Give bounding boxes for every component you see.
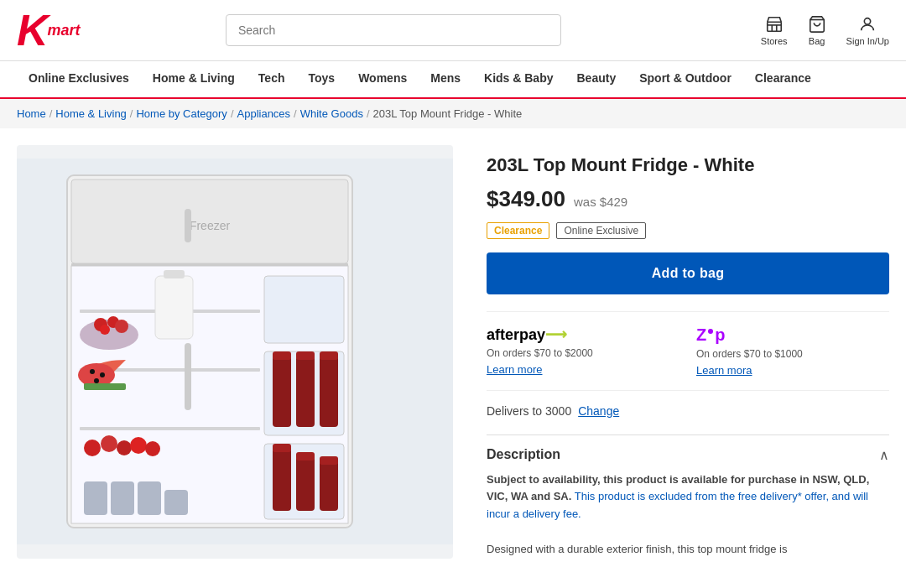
svg-rect-51 <box>138 481 161 515</box>
description-title: Description <box>487 447 560 462</box>
badges: Clearance Online Exclusive <box>487 222 889 239</box>
svg-rect-30 <box>320 461 338 511</box>
svg-point-40 <box>90 369 95 374</box>
breadcrumb-home-living[interactable]: Home & Living <box>55 107 127 120</box>
svg-point-37 <box>115 320 128 333</box>
svg-point-46 <box>117 440 132 455</box>
breadcrumb-sep-1: / <box>49 107 53 120</box>
signin-label: Sign In/Up <box>846 36 889 46</box>
svg-rect-31 <box>320 456 338 465</box>
stores-label: Stores <box>761 36 788 46</box>
zip-p: p <box>715 325 725 345</box>
svg-rect-54 <box>185 343 191 410</box>
price-row: $349.00 was $429 <box>487 186 889 212</box>
nav-item-kids-baby[interactable]: Kids & Baby <box>472 61 565 97</box>
svg-rect-33 <box>164 270 185 278</box>
logo-mart: mart <box>48 22 81 39</box>
svg-rect-32 <box>155 276 193 339</box>
svg-point-48 <box>145 441 160 456</box>
zip-orders: On orders $70 to $1000 <box>696 348 889 360</box>
svg-rect-29 <box>296 452 315 461</box>
svg-rect-20 <box>273 356 291 427</box>
svg-rect-28 <box>296 456 315 511</box>
zip-learn-more-link[interactable]: Learn mora <box>696 364 752 377</box>
nav-item-sport-outdoor[interactable]: Sport & Outdoor <box>627 61 743 97</box>
product-image-area: Freezer <box>17 145 453 559</box>
delivery-row: Delivers to 3000 Change <box>487 404 889 418</box>
svg-rect-43 <box>84 383 126 390</box>
payment-options: afterpay⟶ On orders $70 to $2000 Learn m… <box>487 311 889 391</box>
svg-point-38 <box>100 325 110 335</box>
stores-button[interactable]: Stores <box>761 15 788 46</box>
svg-point-42 <box>94 378 99 383</box>
svg-rect-2 <box>767 22 781 31</box>
breadcrumb-sep-5: / <box>367 107 370 120</box>
main-content: Freezer <box>0 128 906 575</box>
product-title: 203L Top Mount Fridge - White <box>487 154 889 178</box>
afterpay-logo: afterpay⟶ <box>487 325 680 344</box>
delivery-change-link[interactable]: Change <box>578 404 619 418</box>
nav-item-clearance[interactable]: Clearance <box>743 61 823 97</box>
nav-item-beauty[interactable]: Beauty <box>565 61 628 97</box>
header-icons: Stores Bag Sign In/Up <box>761 15 889 46</box>
afterpay-learn-more-link[interactable]: Learn more <box>487 363 542 376</box>
product-details: 203L Top Mount Fridge - White $349.00 wa… <box>487 145 889 559</box>
nav-item-mens[interactable]: Mens <box>419 61 472 97</box>
svg-rect-26 <box>273 448 291 511</box>
search-bar <box>226 14 561 46</box>
svg-rect-16 <box>80 427 260 430</box>
nav-item-womens[interactable]: Womens <box>346 61 419 97</box>
bag-label: Bag <box>809 36 825 46</box>
breadcrumb-appliances[interactable]: Appliances <box>237 107 291 120</box>
breadcrumb-home-by-category[interactable]: Home by Category <box>136 107 226 120</box>
header: K mart Stores <box>0 0 906 61</box>
svg-point-7 <box>865 18 871 23</box>
logo-k: K <box>17 8 44 52</box>
nav-item-tech[interactable]: Tech <box>247 61 297 97</box>
afterpay-orders: On orders $70 to $2000 <box>487 347 680 359</box>
zip-dot <box>708 329 713 334</box>
nav-item-toys[interactable]: Toys <box>297 61 347 97</box>
svg-rect-49 <box>84 481 107 515</box>
breadcrumb-white-goods[interactable]: White Goods <box>300 107 363 120</box>
bag-button[interactable]: Bag <box>808 15 826 46</box>
nav-item-online-exclusives[interactable]: Online Exclusives <box>17 61 141 97</box>
svg-point-45 <box>101 435 117 452</box>
breadcrumb-current: 203L Top Mount Fridge - White <box>373 107 523 120</box>
description-header[interactable]: Description ∧ <box>487 447 889 463</box>
breadcrumb: Home / Home & Living / Home by Category … <box>0 99 906 128</box>
svg-rect-25 <box>320 351 338 360</box>
svg-point-41 <box>100 372 105 377</box>
description-body2: Designed with a durable exterior finish,… <box>487 541 889 559</box>
price-current: $349.00 <box>487 186 565 212</box>
breadcrumb-sep-4: / <box>294 107 297 120</box>
user-icon <box>858 15 877 34</box>
zip-option: Z p On orders $70 to $1000 Learn mora <box>696 325 889 377</box>
afterpay-option: afterpay⟶ On orders $70 to $2000 Learn m… <box>487 325 680 377</box>
description-text: Subject to availability, this product is… <box>487 471 889 559</box>
stores-icon <box>765 15 784 34</box>
badge-online-exclusive: Online Exclusive <box>556 222 646 239</box>
svg-rect-50 <box>111 481 134 515</box>
nav-item-home-living[interactable]: Home & Living <box>141 61 247 97</box>
signin-button[interactable]: Sign In/Up <box>846 15 889 46</box>
description-section: Description ∧ Subject to availability, t… <box>487 434 889 559</box>
delivery-label: Delivers to 3000 <box>487 404 571 418</box>
svg-text:Freezer: Freezer <box>190 219 231 232</box>
afterpay-logo-arrow: ⟶ <box>545 326 567 343</box>
logo[interactable]: K mart <box>17 8 117 52</box>
add-to-bag-button[interactable]: Add to bag <box>487 252 889 294</box>
svg-rect-23 <box>296 351 315 360</box>
main-nav: Online Exclusives Home & Living Tech Toy… <box>0 61 906 99</box>
bag-icon <box>808 15 826 34</box>
search-input[interactable] <box>226 14 561 46</box>
svg-rect-27 <box>273 444 291 452</box>
chevron-up-icon: ∧ <box>879 447 889 463</box>
badge-clearance: Clearance <box>487 222 549 239</box>
zip-z: Z <box>696 325 706 345</box>
svg-point-47 <box>130 437 147 454</box>
svg-point-44 <box>84 440 101 456</box>
breadcrumb-home[interactable]: Home <box>17 107 46 120</box>
breadcrumb-sep-2: / <box>130 107 133 120</box>
product-image: Freezer <box>17 159 453 544</box>
